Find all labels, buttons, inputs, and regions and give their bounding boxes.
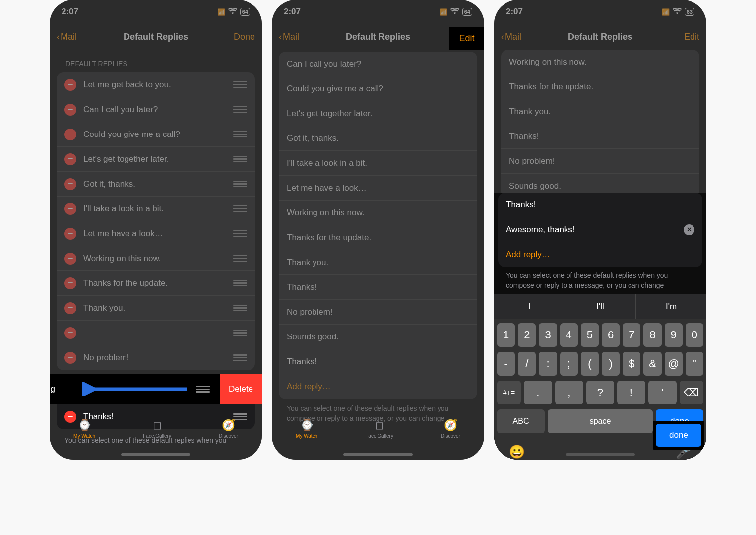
- key[interactable]: ;: [560, 352, 578, 376]
- home-indicator[interactable]: [343, 453, 413, 456]
- key[interactable]: 2: [518, 323, 536, 347]
- suggestion[interactable]: I'm: [636, 294, 706, 319]
- reply-row[interactable]: Thanks!: [498, 193, 702, 217]
- tab-discover[interactable]: 🧭Discover: [441, 419, 460, 439]
- drag-handle-icon[interactable]: [233, 255, 247, 262]
- delete-minus-icon[interactable]: −: [64, 352, 76, 364]
- reply-row[interactable]: −Thanks for the update.: [57, 271, 255, 296]
- reply-row[interactable]: −Working on this now.: [57, 246, 255, 271]
- delete-minus-icon[interactable]: −: [64, 228, 76, 240]
- reply-row[interactable]: Thanks!: [501, 124, 699, 149]
- reply-row[interactable]: Could you give me a call?: [279, 76, 477, 101]
- reply-row[interactable]: Can I call you later?: [279, 52, 477, 76]
- key[interactable]: !: [617, 381, 645, 404]
- reply-row[interactable]: −No problem!: [57, 345, 255, 370]
- reply-row[interactable]: No problem!: [279, 300, 477, 325]
- reply-row[interactable]: Thanks for the update.: [501, 74, 699, 99]
- delete-minus-icon[interactable]: −: [64, 203, 76, 215]
- key[interactable]: .: [524, 381, 552, 404]
- reply-row[interactable]: −Let me get back to you.: [57, 72, 255, 97]
- delete-button[interactable]: Delete: [220, 374, 262, 404]
- key[interactable]: 3: [539, 323, 557, 347]
- suggestion[interactable]: I: [494, 294, 565, 319]
- delete-minus-icon[interactable]: −: [64, 302, 76, 314]
- delete-minus-icon[interactable]: −: [64, 104, 76, 116]
- reply-row[interactable]: Thanks!: [279, 349, 477, 374]
- key[interactable]: -: [497, 352, 515, 376]
- key[interactable]: ,: [555, 381, 583, 404]
- edit-highlight[interactable]: Edit: [449, 27, 484, 50]
- reply-row[interactable]: Thank you.: [279, 250, 477, 275]
- tab-face-gallery[interactable]: ◻Face Gallery: [143, 419, 171, 439]
- drag-handle-icon[interactable]: [233, 106, 247, 113]
- back-button[interactable]: ‹ Mail: [57, 32, 77, 42]
- reply-row[interactable]: Thanks!: [279, 275, 477, 300]
- clear-icon[interactable]: ✕: [684, 224, 694, 235]
- tab-my-watch[interactable]: ⌚My Watch: [296, 419, 317, 439]
- key[interactable]: (: [581, 352, 599, 376]
- reply-row[interactable]: −Let's get together later.: [57, 147, 255, 172]
- key[interactable]: 6: [602, 323, 620, 347]
- key[interactable]: 9: [665, 323, 683, 347]
- key[interactable]: /: [518, 352, 536, 376]
- add-reply-button[interactable]: Add reply…: [498, 242, 702, 267]
- reply-row[interactable]: Sounds good.: [279, 325, 477, 349]
- reply-row[interactable]: Thanks for the update.: [279, 225, 477, 250]
- key[interactable]: 4: [560, 323, 578, 347]
- reply-row[interactable]: Let's get together later.: [279, 101, 477, 126]
- done-button[interactable]: Done: [234, 32, 255, 42]
- drag-handle-icon[interactable]: [233, 354, 247, 361]
- key[interactable]: :: [539, 352, 557, 376]
- drag-handle-icon[interactable]: [196, 386, 210, 393]
- key[interactable]: @: [665, 352, 683, 376]
- reply-row[interactable]: −Let me have a look…: [57, 221, 255, 246]
- delete-minus-icon[interactable]: −: [64, 253, 76, 265]
- reply-row[interactable]: −Could you give me a call?: [57, 122, 255, 147]
- reply-row[interactable]: −Got it, thanks.: [57, 172, 255, 197]
- back-button[interactable]: ‹ Mail: [279, 32, 299, 42]
- delete-minus-icon[interactable]: −: [64, 178, 76, 190]
- add-reply-button[interactable]: Add reply…: [279, 374, 477, 399]
- swiped-row[interactable]: unds g Delete: [50, 374, 262, 404]
- reply-row[interactable]: Working on this now.: [279, 201, 477, 225]
- tab-my-watch[interactable]: ⌚My Watch: [73, 419, 95, 439]
- delete-minus-icon[interactable]: −: [64, 153, 76, 165]
- delete-minus-icon[interactable]: −: [64, 129, 76, 140]
- reply-input-row[interactable]: Awesome, thanks! ✕: [498, 217, 702, 242]
- delete-minus-icon[interactable]: −: [64, 327, 76, 339]
- back-button[interactable]: ‹ Mail: [501, 32, 521, 42]
- drag-handle-icon[interactable]: [233, 330, 247, 336]
- key[interactable]: 7: [623, 323, 640, 347]
- delete-minus-icon[interactable]: −: [64, 79, 76, 91]
- key[interactable]: ": [686, 352, 703, 376]
- home-indicator[interactable]: [566, 453, 635, 456]
- done-key-highlighted[interactable]: done: [656, 424, 701, 447]
- emoji-icon[interactable]: 😀: [509, 444, 525, 460]
- edit-button[interactable]: Edit: [684, 32, 699, 42]
- reply-row[interactable]: No problem!: [501, 149, 699, 174]
- reply-row[interactable]: Got it, thanks.: [279, 126, 477, 151]
- key[interactable]: $: [623, 352, 640, 376]
- drag-handle-icon[interactable]: [233, 305, 247, 312]
- tab-face-gallery[interactable]: ◻Face Gallery: [365, 419, 393, 439]
- key[interactable]: 1: [497, 323, 515, 347]
- delete-minus-icon[interactable]: −: [64, 277, 76, 289]
- drag-handle-icon[interactable]: [233, 230, 247, 237]
- abc-key[interactable]: ABC: [497, 409, 545, 433]
- suggestion[interactable]: I'll: [565, 294, 636, 319]
- key[interactable]: ': [648, 381, 677, 404]
- space-key[interactable]: space: [548, 409, 653, 433]
- drag-handle-icon[interactable]: [233, 181, 247, 188]
- drag-handle-icon[interactable]: [233, 81, 247, 88]
- tab-discover[interactable]: 🧭Discover: [219, 419, 238, 439]
- shift-key[interactable]: #+=: [497, 381, 521, 404]
- drag-handle-icon[interactable]: [233, 131, 247, 138]
- reply-row[interactable]: Thank you.: [501, 99, 699, 124]
- drag-handle-icon[interactable]: [233, 280, 247, 287]
- key[interactable]: 8: [643, 323, 661, 347]
- reply-row[interactable]: −I'll take a look in a bit.: [57, 197, 255, 221]
- reply-row[interactable]: −Thank you.: [57, 296, 255, 321]
- key[interactable]: 0: [686, 323, 703, 347]
- reply-row[interactable]: −Can I call you later?: [57, 97, 255, 122]
- reply-row[interactable]: Let me have a look…: [279, 176, 477, 201]
